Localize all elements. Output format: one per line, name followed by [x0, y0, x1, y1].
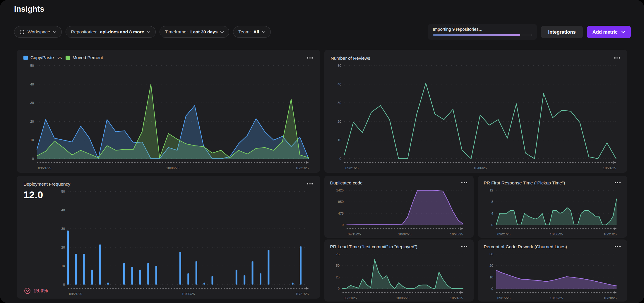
svg-text:40: 40	[30, 83, 34, 86]
svg-text:25: 25	[336, 275, 340, 279]
svg-text:10/06/25: 10/06/25	[473, 166, 487, 170]
chart-legend: Copy/Paste vs Moved Percent	[23, 55, 103, 60]
chevron-down-icon	[53, 31, 56, 33]
import-status-text: Importing 9 repositories...	[433, 27, 532, 32]
card-menu-button[interactable]	[461, 180, 468, 186]
svg-text:10/06/25: 10/06/25	[550, 232, 563, 236]
deployment-trend-value: 19.0%	[33, 288, 48, 294]
svg-text:0: 0	[491, 287, 493, 290]
timeframe-filter[interactable]: Timeframe: Last 30 days	[160, 26, 229, 38]
add-metric-label: Add metric	[592, 29, 618, 35]
deployment-big-number: 12.0	[23, 188, 54, 296]
circle-arrow-down-icon	[24, 287, 31, 294]
workspace-icon	[19, 29, 25, 35]
svg-text:40: 40	[338, 83, 341, 86]
legend-separator: vs	[57, 55, 62, 60]
dashboard-grid: Copy/Paste vs Moved Percent 010203040500…	[17, 50, 627, 302]
card-menu-button[interactable]	[461, 244, 468, 249]
chevron-down-icon	[262, 31, 266, 33]
card-duplicated-code: Duplicated code 0475950142509/15/2510/02…	[324, 176, 474, 238]
legend-swatch-moved-percent	[66, 56, 70, 60]
svg-text:50: 50	[336, 264, 340, 267]
add-metric-button[interactable]: Add metric	[587, 26, 631, 38]
deployment-trend-badge: 19.0%	[24, 287, 48, 294]
svg-text:0: 0	[338, 287, 339, 290]
svg-text:475: 475	[338, 212, 343, 215]
repositories-filter-value: api-docs and 8 more	[100, 29, 144, 35]
card-pr-first-response-time: PR First Response Time ("Pickup Time") 0…	[478, 176, 627, 238]
svg-text:10/21/25: 10/21/25	[450, 296, 463, 300]
import-status-panel: Importing 9 repositories...	[428, 24, 537, 40]
small-cards-grid: Duplicated code 0475950142509/15/2510/02…	[324, 176, 627, 302]
card-title: Duplicated code	[330, 180, 363, 186]
svg-text:50: 50	[338, 64, 341, 67]
card-menu-button[interactable]	[306, 181, 314, 187]
svg-text:30: 30	[30, 101, 34, 105]
svg-text:1425: 1425	[336, 189, 344, 192]
card-deployment-frequency: Deployment Frequency 12.0 0102030405009/…	[17, 176, 320, 299]
dashboard-row-2: Deployment Frequency 12.0 0102030405009/…	[17, 176, 627, 302]
deployment-frequency-chart: 0102030405009/21/2510/06/2510/21/25	[54, 188, 314, 296]
timeframe-filter-value: Last 30 days	[190, 29, 217, 35]
card-menu-button[interactable]	[306, 55, 314, 61]
svg-text:0: 0	[342, 223, 343, 227]
svg-text:09/21/25: 09/21/25	[345, 166, 359, 170]
filters-row: Workspace Repositories: api-docs and 8 m…	[14, 26, 271, 38]
workspace-filter-label: Workspace	[28, 29, 50, 35]
svg-text:10/02/25: 10/02/25	[398, 232, 411, 236]
card-menu-button[interactable]	[614, 180, 621, 186]
legend-swatch-copy-paste	[23, 56, 28, 60]
legend-label-moved-percent: Moved Percent	[73, 55, 103, 60]
team-filter-label: Team:	[238, 29, 251, 35]
svg-text:10: 10	[30, 138, 34, 142]
workspace-filter[interactable]: Workspace	[14, 26, 62, 38]
app-window: Insights Workspace Repositories: api-doc…	[0, 0, 644, 303]
timeframe-filter-label: Timeframe:	[165, 29, 188, 35]
chevron-down-icon	[621, 30, 625, 33]
svg-text:10: 10	[489, 275, 493, 279]
integrations-button[interactable]: Integrations	[541, 26, 583, 38]
svg-text:950: 950	[338, 200, 343, 203]
card-menu-button[interactable]	[614, 55, 621, 61]
svg-text:09/21/25: 09/21/25	[69, 292, 82, 296]
svg-text:09/21/25: 09/21/25	[344, 296, 357, 300]
legend-label-copy-paste: Copy/Paste	[30, 55, 54, 60]
svg-text:10: 10	[61, 264, 65, 268]
svg-text:10/21/25: 10/21/25	[296, 166, 309, 170]
svg-text:10/06/25: 10/06/25	[396, 296, 409, 300]
svg-text:40: 40	[61, 208, 65, 212]
import-progress-fill	[433, 34, 520, 36]
svg-text:10/21/25: 10/21/25	[603, 166, 616, 170]
import-progress-bar	[433, 34, 532, 36]
svg-text:30: 30	[489, 252, 493, 256]
svg-text:0: 0	[491, 223, 493, 227]
svg-text:0: 0	[63, 283, 65, 286]
number-of-reviews-chart: 0102030405009/21/2510/06/2510/21/25	[331, 62, 621, 170]
card-title: PR First Response Time ("Pickup Time")	[484, 180, 565, 186]
svg-text:09/21/25: 09/21/25	[38, 166, 51, 170]
toolbar: Workspace Repositories: api-docs and 8 m…	[14, 24, 631, 40]
svg-text:10/06/25: 10/06/25	[166, 166, 179, 170]
svg-text:50: 50	[30, 64, 34, 67]
card-percent-code-rework: Percent of Code Rework (Churned Lines) 0…	[478, 239, 627, 302]
card-title: Number of Reviews	[331, 55, 370, 61]
team-filter[interactable]: Team: All	[233, 26, 271, 38]
card-menu-button[interactable]	[614, 244, 621, 249]
svg-text:10/06/25: 10/06/25	[182, 292, 195, 296]
card-title: PR Lead Time ("first commit" to "deploye…	[330, 244, 418, 249]
svg-text:09/21/25: 09/21/25	[497, 232, 511, 236]
card-number-of-reviews: Number of Reviews 0102030405009/21/2510/…	[324, 50, 627, 173]
card-title: Percent of Code Rework (Churned Lines)	[484, 244, 567, 249]
repositories-filter[interactable]: Repositories: api-docs and 8 more	[66, 26, 156, 38]
svg-text:30: 30	[338, 101, 341, 105]
svg-text:09/15/25: 09/15/25	[348, 232, 361, 236]
svg-text:30: 30	[61, 227, 65, 230]
card-copy-paste-vs-moved: Copy/Paste vs Moved Percent 010203040500…	[17, 50, 320, 173]
chevron-down-icon	[220, 31, 224, 33]
card-pr-lead-time: PR Lead Time ("first commit" to "deploye…	[324, 239, 474, 302]
svg-text:20: 20	[61, 246, 65, 249]
pr-lead-time-chart: 025507509/21/2510/06/2510/21/25	[330, 251, 468, 300]
page-title: Insights	[14, 5, 44, 14]
svg-text:10/20/25: 10/20/25	[603, 296, 616, 300]
svg-text:10/02/25: 10/02/25	[550, 296, 563, 300]
